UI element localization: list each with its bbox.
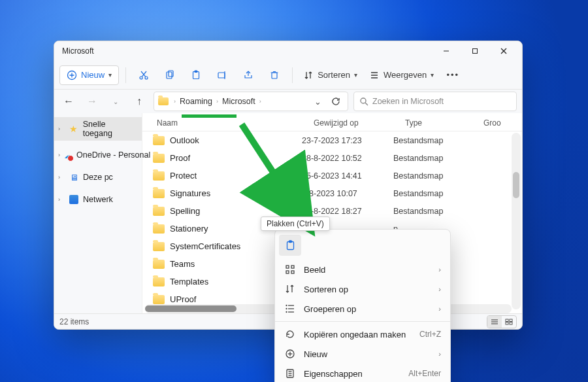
- file-date: 25-6-2023 14:41: [302, 171, 393, 181]
- svg-point-42: [286, 305, 287, 306]
- chevron-down-icon: ▾: [431, 71, 434, 78]
- paste-button[interactable]: [185, 65, 207, 85]
- rename-button[interactable]: [211, 65, 233, 85]
- tooltip-paste: Plakken (Ctrl+V): [261, 217, 330, 231]
- back-button[interactable]: ←: [59, 92, 78, 111]
- column-size[interactable]: Groo: [483, 118, 522, 128]
- svg-rect-1: [473, 49, 478, 54]
- recent-button[interactable]: ⌄: [106, 92, 125, 111]
- view-button[interactable]: Weergeven ▾: [365, 65, 438, 85]
- search-icon: [359, 97, 368, 106]
- monitor-icon: 🖥: [69, 172, 79, 182]
- sidebar-item-quick-access[interactable]: › ★ Snelle toegang: [54, 117, 142, 141]
- file-type: Bestandsmap: [393, 154, 472, 163]
- menu-item-shortcut: Ctrl+Z: [419, 330, 441, 339]
- address-bar[interactable]: › Roaming › Microsoft › ⌄: [154, 92, 348, 111]
- list-icon: [369, 70, 380, 80]
- sidebar-item-label: Netwerk: [83, 195, 113, 204]
- folder-icon: [153, 154, 165, 163]
- svg-rect-29: [510, 319, 512, 322]
- folder-icon: [153, 260, 165, 269]
- delete-button[interactable]: [263, 65, 286, 85]
- column-type[interactable]: Type: [405, 118, 483, 128]
- network-icon: [69, 194, 79, 205]
- menu-item[interactable]: Groeperen op›: [275, 299, 450, 319]
- sidebar-item-label: OneDrive - Personal: [76, 150, 150, 160]
- chevron-right-icon: ›: [259, 98, 261, 105]
- svg-rect-35: [286, 266, 289, 268]
- table-row[interactable]: Protect25-6-2023 14:41Bestandsmap: [142, 167, 522, 184]
- breadcrumb-part[interactable]: Microsoft: [222, 97, 255, 106]
- table-row[interactable]: Spelling27-8-2022 18:27Bestandsmap: [142, 202, 522, 220]
- menu-item[interactable]: EigenschappenAlt+Enter: [275, 364, 450, 382]
- file-name: Spelling: [170, 206, 200, 216]
- refresh-button[interactable]: [328, 94, 344, 109]
- svg-rect-38: [291, 271, 294, 273]
- folder-icon: [153, 207, 165, 216]
- menu-item[interactable]: Nieuw›: [275, 344, 450, 364]
- table-row[interactable]: Proof28-8-2022 10:52Bestandsmap: [142, 149, 522, 167]
- menu-item[interactable]: Kopiëren ongedaan makenCtrl+Z: [275, 324, 450, 344]
- file-name: Protect: [170, 171, 197, 181]
- file-name: UProof: [170, 294, 196, 304]
- search-input[interactable]: [372, 97, 511, 106]
- up-button[interactable]: ↑: [130, 92, 148, 111]
- nav-row: ← → ⌄ ↑ › Roaming › Microsoft › ⌄: [54, 90, 522, 113]
- file-type: Bestandsmap: [393, 171, 472, 181]
- svg-rect-33: [287, 241, 293, 249]
- menu-item[interactable]: Sorteren op›: [275, 279, 450, 299]
- folder-icon: [153, 189, 165, 198]
- history-chevron-icon[interactable]: ⌄: [310, 94, 325, 109]
- sidebar-item-network[interactable]: › Netwerk: [54, 192, 142, 207]
- sort-button[interactable]: Sorteren ▾: [299, 65, 361, 85]
- file-name: Signatures: [170, 188, 210, 198]
- maximize-button[interactable]: [461, 41, 489, 61]
- folder-icon: [153, 277, 165, 286]
- cut-button[interactable]: [133, 65, 155, 85]
- column-modified[interactable]: Gewijzigd op: [314, 118, 405, 128]
- sidebar-item-this-pc[interactable]: › 🖥 Deze pc: [54, 169, 142, 185]
- file-name: Stationery: [170, 224, 208, 234]
- table-row[interactable]: Outlook23-7-2023 17:23Bestandsmap: [142, 131, 522, 149]
- svg-rect-17: [272, 73, 277, 78]
- search-box[interactable]: [353, 92, 517, 111]
- chevron-right-icon: ›: [58, 196, 65, 203]
- svg-line-10: [141, 71, 146, 77]
- item-count: 22 items: [59, 317, 89, 326]
- file-name: Templates: [170, 277, 208, 286]
- breadcrumb-part[interactable]: Roaming: [180, 97, 212, 106]
- svg-point-23: [361, 98, 366, 103]
- file-name: Proof: [170, 153, 190, 163]
- file-type: Bestandsmap: [393, 136, 472, 145]
- svg-rect-30: [506, 322, 508, 324]
- more-button[interactable]: •••: [442, 65, 464, 85]
- details-view-icon[interactable]: [487, 316, 502, 328]
- chevron-right-icon: ›: [438, 266, 441, 273]
- folder-icon: [153, 242, 165, 251]
- column-name[interactable]: Naam: [157, 118, 314, 128]
- close-button[interactable]: [489, 41, 518, 61]
- copy-button[interactable]: [159, 65, 181, 85]
- table-row[interactable]: Signatures3-8-2023 10:07Bestandsmap: [142, 184, 522, 202]
- trash-icon: [269, 70, 280, 80]
- sidebar-item-onedrive[interactable]: › ☁ OneDrive - Personal: [54, 147, 142, 163]
- chevron-right-icon: ›: [174, 98, 176, 105]
- vertical-scrollbar[interactable]: [512, 133, 521, 309]
- view-toggle[interactable]: [487, 315, 517, 328]
- sidebar-item-label: Snelle toegang: [83, 120, 137, 138]
- new-button[interactable]: Nieuw ▾: [59, 65, 119, 85]
- forward-button[interactable]: →: [83, 92, 101, 111]
- context-paste-button[interactable]: [279, 235, 301, 256]
- svg-rect-13: [193, 71, 199, 78]
- copy-icon: [165, 70, 175, 80]
- svg-point-8: [145, 77, 148, 79]
- share-icon: [243, 70, 253, 80]
- share-button[interactable]: [237, 65, 259, 85]
- window-title: Microsoft: [62, 46, 432, 56]
- minimize-button[interactable]: [432, 41, 461, 61]
- sort-icon: [303, 70, 314, 80]
- thumbnails-view-icon[interactable]: [502, 316, 516, 328]
- chevron-right-icon: ›: [58, 126, 65, 132]
- menu-item-icon: [284, 284, 296, 294]
- menu-item[interactable]: Beeld›: [275, 260, 450, 279]
